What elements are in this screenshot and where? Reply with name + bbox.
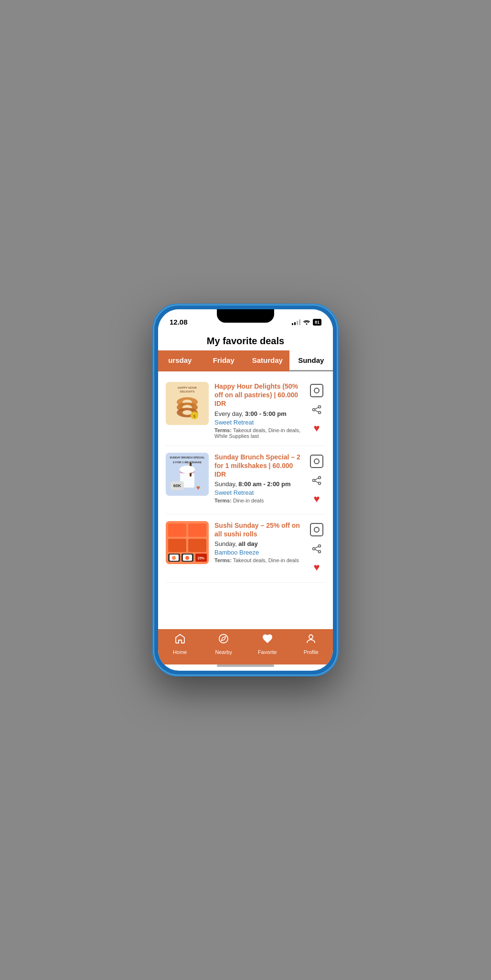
deal-terms-sunday-brunch: Terms: Dine-in deals xyxy=(214,498,302,503)
svg-line-48 xyxy=(315,549,318,551)
deal-actions-sushi-sunday: ♥ xyxy=(308,521,325,576)
heart-icon-happy-hour: ♥ xyxy=(313,422,320,435)
tab-friday[interactable]: Friday xyxy=(202,350,246,371)
svg-line-15 xyxy=(315,410,318,412)
page-header: My favorite deals xyxy=(158,328,333,350)
tab-thursday[interactable]: ursday xyxy=(158,350,202,371)
happy-hour-image-svg: HAPPY HOUR DELIGHTS xyxy=(166,382,209,425)
svg-point-50 xyxy=(309,635,313,639)
camera-icon xyxy=(310,455,323,468)
svg-line-30 xyxy=(315,481,318,483)
battery-icon: 81 xyxy=(313,319,321,326)
deal-image-sushi-sunday[interactable]: 25% xyxy=(166,521,209,564)
app-content: My favorite deals ursday Friday Saturday… xyxy=(158,328,333,629)
svg-point-11 xyxy=(319,406,321,408)
svg-rect-34 xyxy=(168,539,186,552)
share-button-sushi-sunday[interactable] xyxy=(310,542,323,555)
page-title: My favorite deals xyxy=(168,336,323,347)
nav-nearby-label: Nearby xyxy=(215,649,232,655)
svg-point-38 xyxy=(172,556,176,560)
deal-info-sunday-brunch: Sunday Brunch Special – 2 for 1 milkshak… xyxy=(214,453,302,504)
deal-info-sushi-sunday: Sushi Sunday – 25% off on all sushi roll… xyxy=(214,521,302,563)
bottom-nav: Home Nearby Favorite xyxy=(158,629,333,664)
share-button-happy-hour[interactable] xyxy=(310,403,323,416)
deal-card-sunday-brunch: SUNDAY BRUNCH SPECIAL 2 FOR 1 MILKSHAKE xyxy=(166,446,325,514)
svg-text:$: $ xyxy=(193,414,195,418)
deal-image-happy-hour[interactable]: HAPPY HOUR DELIGHTS xyxy=(166,382,209,425)
nav-profile-label: Profile xyxy=(304,649,319,655)
deal-time-happy-hour: Every day, 3:00 - 5:00 pm xyxy=(214,410,302,417)
home-icon xyxy=(174,633,186,647)
camera-lens xyxy=(314,527,320,533)
nav-favorite-label: Favorite xyxy=(258,649,277,655)
share-icon xyxy=(312,476,321,485)
deal-title-happy-hour: Happy Hour Delights (50% off on all past… xyxy=(214,382,302,408)
svg-text:SUNDAY BRUNCH SPECIAL: SUNDAY BRUNCH SPECIAL xyxy=(170,456,205,459)
favorite-button-happy-hour[interactable]: ♥ xyxy=(311,420,321,436)
deal-terms-happy-hour: Terms: Takeout deals, Dine-in deals, Whi… xyxy=(214,427,302,439)
svg-line-47 xyxy=(315,546,318,548)
svg-line-29 xyxy=(315,478,318,480)
svg-point-46 xyxy=(319,550,321,553)
heart-icon-sunday-brunch: ♥ xyxy=(313,493,320,505)
svg-text:HAPPY HOUR: HAPPY HOUR xyxy=(178,386,197,389)
share-icon xyxy=(312,544,321,554)
deal-title-sunday-brunch: Sunday Brunch Special – 2 for 1 milkshak… xyxy=(214,453,302,479)
svg-point-12 xyxy=(313,409,315,411)
nav-favorite[interactable]: Favorite xyxy=(246,633,289,655)
nav-nearby[interactable]: Nearby xyxy=(202,633,246,655)
compass-icon xyxy=(218,633,229,647)
notch xyxy=(217,309,274,323)
heart-icon-sushi-sunday: ♥ xyxy=(313,561,320,574)
profile-icon xyxy=(305,633,317,647)
deal-time-sushi-sunday: Sunday, all day xyxy=(214,540,302,547)
svg-point-41 xyxy=(185,556,189,560)
svg-point-49 xyxy=(219,634,228,643)
day-tabs: ursday Friday Saturday Sunday xyxy=(158,350,333,371)
wifi-icon xyxy=(303,319,310,326)
status-time: 12.08 xyxy=(170,318,188,326)
deal-actions-sunday-brunch: ♥ xyxy=(308,453,325,507)
camera-icon xyxy=(310,384,323,397)
nav-home[interactable]: Home xyxy=(158,633,202,655)
status-icons: 81 xyxy=(292,319,321,326)
sushi-image-svg: 25% xyxy=(166,521,209,564)
deal-title-sushi-sunday: Sushi Sunday – 25% off on all sushi roll… xyxy=(214,521,302,538)
svg-text:2 FOR 1 MILKSHAKE: 2 FOR 1 MILKSHAKE xyxy=(173,461,202,464)
share-icon xyxy=(312,405,321,414)
signal-icon xyxy=(292,319,300,325)
svg-point-13 xyxy=(319,412,321,414)
svg-point-45 xyxy=(313,547,315,550)
nav-profile[interactable]: Profile xyxy=(289,633,333,655)
tab-sunday[interactable]: Sunday xyxy=(289,350,333,371)
svg-rect-32 xyxy=(168,523,186,537)
svg-text:♥: ♥ xyxy=(196,484,200,491)
deal-image-sunday-brunch[interactable]: SUNDAY BRUNCH SPECIAL 2 FOR 1 MILKSHAKE xyxy=(166,453,209,496)
camera-button-happy-hour[interactable] xyxy=(308,382,325,399)
svg-point-26 xyxy=(319,476,321,479)
camera-button-sushi-sunday[interactable] xyxy=(308,521,325,538)
favorite-button-sunday-brunch[interactable]: ♥ xyxy=(311,491,321,507)
phone-frame: 12.08 81 xyxy=(152,304,339,676)
brunch-image-svg: SUNDAY BRUNCH SPECIAL 2 FOR 1 MILKSHAKE xyxy=(166,453,209,496)
deal-info-happy-hour: Happy Hour Delights (50% off on all past… xyxy=(214,382,302,439)
svg-point-22 xyxy=(180,466,195,473)
camera-lens xyxy=(314,458,320,464)
svg-line-14 xyxy=(315,407,318,409)
svg-text:DELIGHTS: DELIGHTS xyxy=(180,390,194,393)
camera-button-sunday-brunch[interactable] xyxy=(308,453,325,470)
camera-icon xyxy=(310,523,323,536)
favorite-button-sushi-sunday[interactable]: ♥ xyxy=(311,559,321,576)
favorite-heart-icon xyxy=(262,633,273,647)
tab-saturday[interactable]: Saturday xyxy=(246,350,289,371)
svg-point-27 xyxy=(313,479,315,481)
svg-point-28 xyxy=(319,482,321,484)
svg-point-8 xyxy=(182,410,192,415)
deal-actions-happy-hour: ♥ xyxy=(308,382,325,436)
svg-text:25%: 25% xyxy=(198,556,205,560)
deal-venue-sushi-sunday: Bamboo Breeze xyxy=(214,549,302,556)
svg-rect-33 xyxy=(188,523,206,537)
share-button-sunday-brunch[interactable] xyxy=(310,474,323,487)
deal-card-sushi-sunday: 25% Sushi Sunday – 25% off on all sushi … xyxy=(166,514,325,583)
svg-point-44 xyxy=(319,544,321,547)
